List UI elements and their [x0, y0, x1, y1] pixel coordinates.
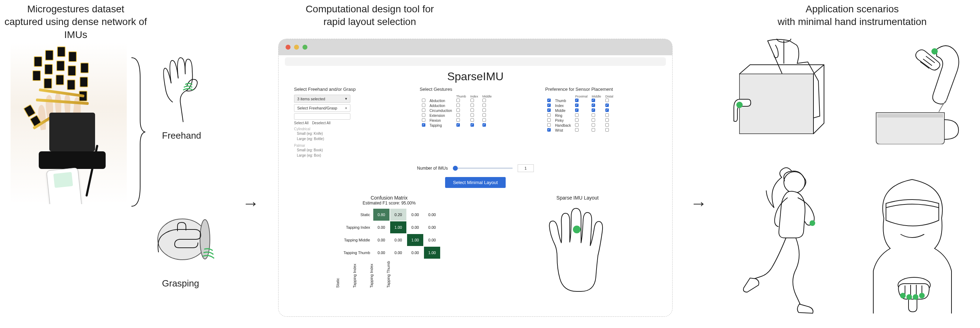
cm-col-label: Static — [336, 261, 340, 288]
checkbox[interactable] — [457, 123, 460, 127]
cm-cell: 0.00 — [424, 221, 440, 233]
checkbox[interactable] — [575, 98, 579, 102]
gesture-table: ThumbIndexMiddleAbductionAdductionCircum… — [420, 95, 494, 128]
checkbox[interactable] — [575, 123, 579, 127]
tool-card: SparseIMU Select Freehand and/or Grasp 3… — [278, 39, 673, 317]
list-item[interactable]: Large (eg: Box) — [294, 153, 406, 158]
checkbox[interactable] — [422, 118, 425, 122]
checkbox[interactable] — [547, 118, 551, 122]
cm-row-label: Tapping Thumb — [343, 250, 373, 255]
search-field[interactable] — [294, 113, 350, 120]
pref-row: Middle — [545, 108, 615, 113]
checkbox[interactable] — [471, 118, 474, 122]
checkbox[interactable] — [592, 113, 595, 117]
list-item[interactable]: Small (eg: Book) — [294, 147, 406, 153]
section-preference-title: Preference for Sensor Placement — [545, 87, 657, 92]
scenario-carrying-box — [725, 39, 842, 144]
checkbox[interactable] — [605, 123, 609, 127]
cm-cell: 1.00 — [407, 234, 423, 246]
checkbox[interactable] — [471, 98, 474, 102]
checkbox[interactable] — [547, 123, 551, 127]
select-minimal-layout-button[interactable]: Select Minimal Layout — [445, 177, 505, 188]
checkbox[interactable] — [592, 128, 595, 132]
checkbox[interactable] — [457, 108, 460, 112]
dropdown-select-mode-label: Select Freehand/Grasp — [297, 106, 337, 110]
cm-row-label: Tapping Index — [346, 225, 373, 230]
header-left: Microgestures dataset captured using den… — [0, 3, 151, 41]
checkbox[interactable] — [547, 108, 551, 112]
browser-urlbar[interactable] — [285, 57, 666, 66]
cm-subtitle: Estimated F1 score: 95.00% — [294, 201, 484, 206]
checkbox[interactable] — [592, 118, 595, 122]
group-cylindrical: Cylindrical — [294, 127, 406, 131]
clear-icon[interactable]: × — [345, 106, 347, 110]
deselect-all-button[interactable]: Deselect All — [312, 121, 330, 125]
checkbox[interactable] — [457, 98, 460, 102]
dropdown-items-selected[interactable]: 3 items selected ▾ — [294, 95, 350, 103]
checkbox[interactable] — [482, 108, 486, 112]
checkbox[interactable] — [457, 113, 460, 117]
pref-row: Handback — [545, 123, 615, 128]
checkbox[interactable] — [605, 103, 609, 107]
checkbox[interactable] — [457, 103, 460, 107]
checkbox[interactable] — [592, 103, 595, 107]
num-imus-value[interactable]: 1 — [518, 164, 534, 172]
checkbox[interactable] — [482, 103, 486, 107]
checkbox[interactable] — [471, 113, 474, 117]
slider-thumb-icon[interactable] — [453, 166, 458, 171]
checkbox[interactable] — [575, 103, 579, 107]
checkbox[interactable] — [592, 108, 595, 112]
checkbox[interactable] — [575, 128, 579, 132]
grasping-label: Grasping — [162, 278, 199, 289]
window-zoom-icon[interactable] — [302, 45, 307, 50]
num-imus-slider[interactable] — [453, 168, 513, 169]
select-all-button[interactable]: Select All — [294, 121, 309, 125]
checkbox[interactable] — [575, 118, 579, 122]
checkbox[interactable] — [422, 108, 425, 112]
instrumented-hand-photo — [11, 42, 127, 204]
list-item[interactable]: Small (eg: Knife) — [294, 131, 406, 136]
checkbox[interactable] — [605, 113, 609, 117]
checkbox[interactable] — [547, 98, 551, 102]
checkbox[interactable] — [471, 108, 474, 112]
checkbox[interactable] — [592, 123, 595, 127]
checkbox[interactable] — [422, 98, 425, 102]
svg-point-12 — [913, 294, 918, 300]
gesture-row: Extension — [420, 113, 494, 118]
header-left-2: captured using dense network of IMUs — [5, 16, 147, 40]
checkbox[interactable] — [547, 128, 551, 132]
checkbox[interactable] — [605, 118, 609, 122]
checkbox[interactable] — [605, 108, 609, 112]
checkbox[interactable] — [575, 113, 579, 117]
checkbox[interactable] — [482, 123, 486, 127]
checkbox[interactable] — [482, 118, 486, 122]
list-item[interactable]: Large (eg: Bottle) — [294, 136, 406, 141]
checkbox[interactable] — [422, 123, 425, 127]
header-right-2: with minimal hand instrumentation — [778, 16, 926, 27]
checkbox[interactable] — [422, 103, 425, 107]
checkbox[interactable] — [575, 108, 579, 112]
cm-cell: 0.00 — [407, 209, 423, 221]
checkbox[interactable] — [471, 103, 474, 107]
checkbox[interactable] — [482, 98, 486, 102]
checkbox[interactable] — [547, 113, 551, 117]
checkbox[interactable] — [547, 103, 551, 107]
cm-col-label: Tapping Index — [369, 261, 374, 288]
cm-cell: 0.00 — [424, 209, 440, 221]
window-close-icon[interactable] — [286, 45, 291, 50]
checkbox[interactable] — [592, 98, 595, 102]
checkbox[interactable] — [605, 128, 609, 132]
gesture-row: Tapping — [420, 123, 494, 128]
cm-cell: 0.00 — [390, 247, 406, 259]
dropdown-select-mode[interactable]: Select Freehand/Grasp × — [294, 104, 350, 112]
pref-row: Pinky — [545, 118, 615, 123]
checkbox[interactable] — [471, 123, 474, 127]
window-minimize-icon[interactable] — [294, 45, 299, 50]
section-gestures-title: Select Gestures — [420, 87, 531, 92]
checkbox[interactable] — [482, 113, 486, 117]
checkbox[interactable] — [422, 113, 425, 117]
browser-titlebar — [278, 39, 672, 55]
cm-cell: 1.00 — [424, 247, 440, 259]
checkbox[interactable] — [605, 98, 609, 102]
checkbox[interactable] — [457, 118, 460, 122]
